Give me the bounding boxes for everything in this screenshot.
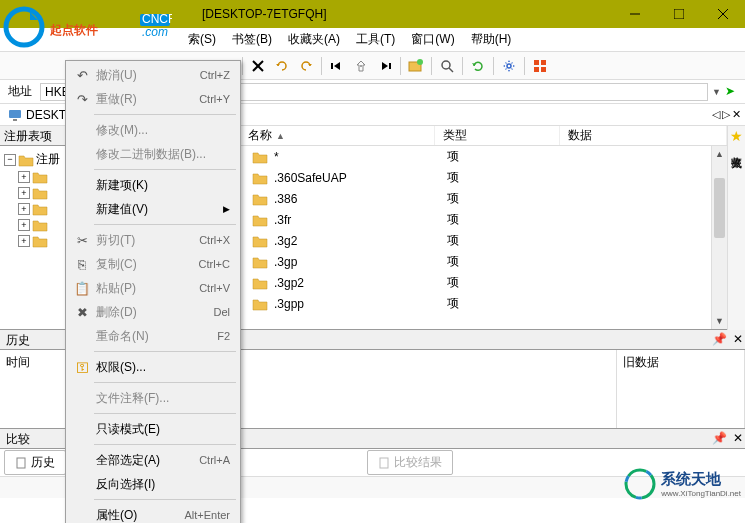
maximize-button[interactable]	[657, 0, 701, 28]
svg-rect-24	[13, 119, 17, 121]
menu-copy[interactable]: ⎘复制(C)Ctrl+C	[68, 252, 238, 276]
breadcrumb-prev-icon[interactable]: ◁	[712, 108, 720, 121]
search-icon[interactable]	[436, 55, 458, 77]
minimize-button[interactable]	[613, 0, 657, 28]
address-dropdown-icon[interactable]: ▼	[712, 87, 721, 97]
column-type[interactable]: 类型	[435, 126, 560, 145]
row-type: 项	[439, 295, 564, 312]
row-type: 项	[439, 169, 564, 186]
submenu-arrow-icon: ▶	[223, 204, 234, 214]
folder-icon	[252, 255, 268, 269]
breadcrumb-item[interactable]: DESKT	[4, 108, 70, 122]
list-row[interactable]: .3gpp项	[244, 293, 727, 314]
row-name: .3gp	[274, 255, 297, 269]
menu-search[interactable]: 索(S)	[180, 28, 224, 51]
list-row[interactable]: .360SafeUAP项	[244, 167, 727, 188]
refresh-icon[interactable]	[467, 55, 489, 77]
delete-icon[interactable]	[247, 55, 269, 77]
folder-icon	[252, 150, 268, 164]
column-data[interactable]: 数据	[560, 126, 727, 145]
list-row[interactable]: .3fr项	[244, 209, 727, 230]
close-button[interactable]	[701, 0, 745, 28]
menu-invert-selection[interactable]: 反向选择(I)	[68, 472, 238, 496]
window-title: [DESKTOP-7ETGFQH]	[202, 7, 326, 21]
menu-delete[interactable]: ✖删除(D)Del	[68, 300, 238, 324]
tree-expand-icon[interactable]: +	[18, 171, 30, 183]
document-icon	[15, 457, 27, 469]
menu-select-all[interactable]: 全部选定(A)Ctrl+A	[68, 448, 238, 472]
new-folder-icon[interactable]	[405, 55, 427, 77]
folder-icon	[252, 171, 268, 185]
column-name[interactable]: 名称▲	[240, 126, 435, 145]
close-panel-icon[interactable]: ✕	[733, 431, 743, 445]
redo-icon[interactable]	[295, 55, 317, 77]
list-row[interactable]: .3gp项	[244, 251, 727, 272]
key-icon: ⚿	[72, 360, 92, 375]
svg-point-18	[507, 64, 511, 68]
menu-modify[interactable]: 修改(M)...	[68, 118, 238, 142]
breadcrumb-next-icon[interactable]: ▷	[722, 108, 730, 121]
menu-cut[interactable]: ✂剪切(T)Ctrl+X	[68, 228, 238, 252]
address-label: 地址	[4, 83, 36, 100]
breadcrumb-close-icon[interactable]: ✕	[732, 108, 741, 121]
up-icon[interactable]	[350, 55, 372, 77]
list-row[interactable]: .3g2项	[244, 230, 727, 251]
menu-permissions[interactable]: ⚿权限(S)...	[68, 355, 238, 379]
menu-favorites[interactable]: 收藏夹(A)	[280, 28, 348, 51]
menu-rename[interactable]: 重命名(N)F2	[68, 324, 238, 348]
menu-bookmark[interactable]: 书签(B)	[224, 28, 280, 51]
go-icon[interactable]: ➤	[725, 84, 741, 100]
row-name: .360SafeUAP	[274, 171, 347, 185]
vertical-scrollbar[interactable]: ▲ ▼	[711, 146, 727, 329]
tree-expand-icon[interactable]: +	[18, 203, 30, 215]
tab-history[interactable]: 历史	[4, 450, 66, 475]
svg-rect-21	[534, 67, 539, 72]
scroll-down-icon[interactable]: ▼	[712, 313, 727, 329]
tab-compare-result[interactable]: 比较结果	[367, 450, 453, 475]
logo-overlay: 起点软件 CNCRK .com	[2, 2, 172, 55]
menu-paste[interactable]: 📋粘贴(P)Ctrl+V	[68, 276, 238, 300]
undo-icon[interactable]	[271, 55, 293, 77]
svg-text:起点软件: 起点软件	[49, 23, 98, 37]
menu-readonly[interactable]: 只读模式(E)	[68, 417, 238, 441]
forward-icon[interactable]	[374, 55, 396, 77]
tree-expand-icon[interactable]: +	[18, 187, 30, 199]
menu-properties[interactable]: 属性(O)Alt+Enter	[68, 503, 238, 523]
folder-icon	[252, 213, 268, 227]
watermark-icon	[623, 467, 657, 501]
menu-redo[interactable]: ↷重做(R)Ctrl+Y	[68, 87, 238, 111]
svg-rect-25	[17, 458, 25, 468]
row-type: 项	[439, 190, 564, 207]
list-row[interactable]: .3gp2项	[244, 272, 727, 293]
list-body[interactable]: *项.360SafeUAP项.386项.3fr项.3g2项.3gp项.3gp2项…	[240, 146, 727, 329]
scroll-thumb[interactable]	[714, 178, 725, 238]
menu-modify-binary[interactable]: 修改二进制数据(B)...	[68, 142, 238, 166]
back-icon[interactable]	[326, 55, 348, 77]
close-panel-icon[interactable]: ✕	[733, 332, 743, 346]
menu-tools[interactable]: 工具(T)	[348, 28, 403, 51]
settings-icon[interactable]	[498, 55, 520, 77]
menu-comment[interactable]: 文件注释(F)...	[68, 386, 238, 410]
menu-new-key[interactable]: 新建项(K)	[68, 173, 238, 197]
svg-point-0	[6, 9, 42, 45]
menu-new-value[interactable]: 新建值(V)▶	[68, 197, 238, 221]
tree-collapse-icon[interactable]: −	[4, 154, 16, 166]
pin-icon[interactable]: 📌	[712, 431, 727, 445]
svg-rect-20	[541, 60, 546, 65]
tree-expand-icon[interactable]: +	[18, 219, 30, 231]
menu-help[interactable]: 帮助(H)	[463, 28, 520, 51]
pin-icon[interactable]: 📌	[712, 332, 727, 346]
menu-undo[interactable]: ↶撤消(U)Ctrl+Z	[68, 63, 238, 87]
folder-icon	[252, 297, 268, 311]
tree-expand-icon[interactable]: +	[18, 235, 30, 247]
svg-rect-19	[534, 60, 539, 65]
grid-icon[interactable]	[529, 55, 551, 77]
svg-line-17	[449, 68, 453, 72]
list-row[interactable]: .386项	[244, 188, 727, 209]
folder-icon	[252, 276, 268, 290]
history-olddata-col: 旧数据	[617, 350, 745, 428]
menu-window[interactable]: 窗口(W)	[403, 28, 462, 51]
favorites-strip[interactable]: ★ 收藏夹	[727, 126, 745, 331]
list-row[interactable]: *项	[244, 146, 727, 167]
scroll-up-icon[interactable]: ▲	[712, 146, 727, 162]
